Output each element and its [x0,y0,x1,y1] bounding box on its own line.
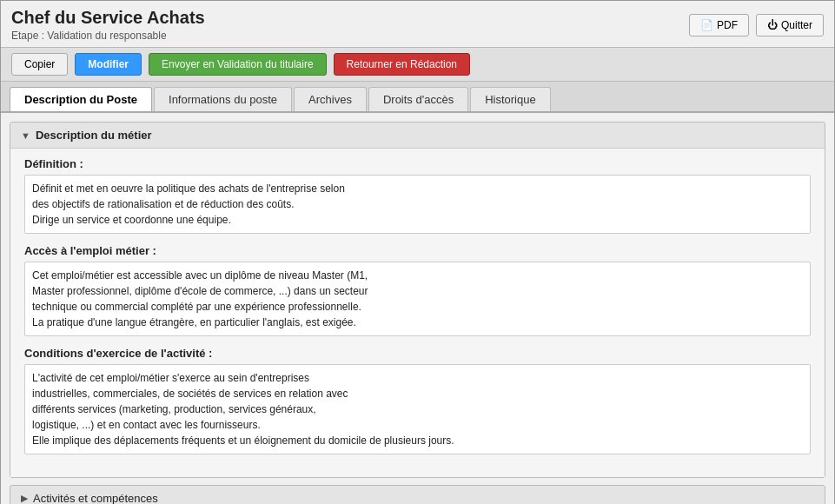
quit-label: Quitter [781,19,812,31]
envoyer-label: Envoyer en Validation du titulaire [162,58,314,70]
field-acces-emploi-label: Accès à l'emploi métier : [24,244,811,257]
tab-informations[interactable]: Informations du poste [154,87,292,111]
header: Chef du Service Achats Etape : Validatio… [1,1,834,48]
field-definition-value: Définit et met en oeuvre la politique de… [24,175,811,234]
section-activites-header[interactable]: ▶ Activités et compétences [10,486,825,504]
field-definition-label: Définition : [24,157,811,170]
field-acces-emploi-value: Cet emploi/métier est accessible avec un… [24,262,811,336]
section-activites-arrow-icon: ▶ [21,493,28,504]
section-description-metier-header[interactable]: ▼ Description du métier [10,123,825,148]
content-area: ▼ Description du métier Définition : Déf… [1,113,834,504]
tab-historique[interactable]: Historique [470,87,551,111]
tab-description[interactable]: Description du Poste [10,87,152,113]
envoyer-button[interactable]: Envoyer en Validation du titulaire [149,53,327,76]
quit-icon: ⏻ [767,19,778,31]
section-description-metier-title: Description du métier [36,129,152,142]
retourner-label: Retourner en Rédaction [347,58,457,70]
toolbar: Copier Modifier Envoyer en Validation du… [1,48,834,82]
header-left: Chef du Service Achats Etape : Validatio… [11,8,205,42]
quit-button[interactable]: ⏻ Quitter [756,14,824,36]
retourner-button[interactable]: Retourner en Rédaction [334,53,470,76]
header-buttons: 📄 PDF ⏻ Quitter [689,14,824,36]
copier-label: Copier [24,58,55,70]
section-description-metier-body: Définition : Définit et met en oeuvre la… [10,148,825,477]
app-window: Chef du Service Achats Etape : Validatio… [0,0,835,504]
section-description-metier: ▼ Description du métier Définition : Déf… [10,122,825,478]
field-conditions: Conditions d'exercice de l'activité : L'… [24,347,811,454]
copier-button[interactable]: Copier [11,53,68,76]
section-activites-title: Activités et compétences [33,492,158,504]
tab-archives[interactable]: Archives [294,87,367,111]
section-activites: ▶ Activités et compétences [10,485,825,504]
pdf-label: PDF [717,19,738,31]
page-title: Chef du Service Achats [11,8,205,28]
section-description-arrow-icon: ▼ [21,130,30,141]
pdf-icon: 📄 [700,19,713,31]
field-acces-emploi: Accès à l'emploi métier : Cet emploi/mét… [24,244,811,336]
modifier-label: Modifier [88,58,129,70]
field-conditions-label: Conditions d'exercice de l'activité : [24,347,811,360]
pdf-button[interactable]: 📄 PDF [689,14,749,36]
field-conditions-value: L'activité de cet emploi/métier s'exerce… [24,364,811,454]
page-subtitle: Etape : Validation du responsable [11,30,205,42]
field-definition: Définition : Définit et met en oeuvre la… [24,157,811,234]
modifier-button[interactable]: Modifier [75,53,142,76]
tab-droits[interactable]: Droits d'accès [368,87,468,111]
tabs-bar: Description du Poste Informations du pos… [1,82,834,113]
